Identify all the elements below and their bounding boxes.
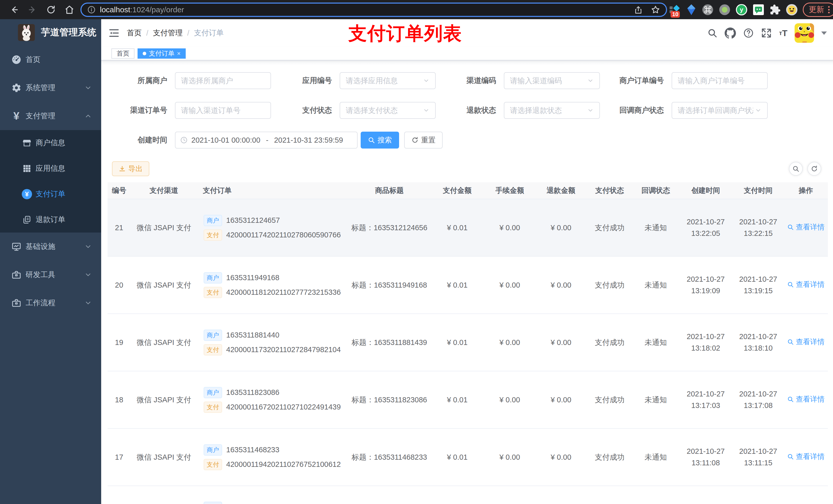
back-icon[interactable] bbox=[7, 2, 22, 17]
refund-status-filter-label: 退款状态 bbox=[436, 105, 496, 116]
sidebar-item-merchant-info[interactable]: 商户信息 bbox=[0, 130, 101, 156]
address-bar[interactable]: localhost:1024/pay/order bbox=[80, 3, 667, 17]
refund-amount: ¥ 0.00 bbox=[536, 280, 587, 291]
sidebar-item-system[interactable]: 系统管理 bbox=[0, 74, 101, 102]
export-button[interactable]: 导出 bbox=[112, 161, 149, 176]
extension-chat-icon[interactable] bbox=[753, 4, 764, 16]
merchant-order-filter-input[interactable] bbox=[672, 72, 768, 89]
col-created: 创建时间 bbox=[679, 186, 733, 195]
channel-code-input[interactable] bbox=[510, 77, 586, 85]
channel-code-filter-select[interactable] bbox=[504, 72, 600, 89]
pay-status: 支付成功 bbox=[587, 280, 633, 291]
callback-status-filter-select[interactable] bbox=[672, 102, 768, 119]
merchant-filter-label: 所属商户 bbox=[108, 75, 167, 86]
app-select-input[interactable] bbox=[346, 77, 421, 85]
channel-order-input[interactable] bbox=[181, 106, 265, 115]
pay-status-input[interactable] bbox=[346, 106, 421, 115]
sidebar-item-workflow[interactable]: 工作流程 bbox=[0, 289, 101, 317]
view-detail-link[interactable]: 查看详情 bbox=[787, 336, 825, 347]
chrome-menu-icon[interactable] bbox=[828, 6, 830, 13]
merchant-badge: 商户 bbox=[204, 502, 222, 504]
tab-home[interactable]: 首页 bbox=[112, 48, 135, 58]
url-path: :1024/pay/order bbox=[130, 5, 184, 14]
font-size-icon[interactable]: тT bbox=[779, 28, 787, 38]
toolbox-icon bbox=[11, 298, 22, 308]
close-icon[interactable]: × bbox=[177, 50, 181, 57]
profile-emoji-avatar[interactable] bbox=[786, 4, 798, 16]
created-time: 2021-10-27 13:18:02 bbox=[679, 331, 733, 354]
channel-order-no: 4200001167202110271022491439 bbox=[226, 401, 341, 413]
collapse-sidebar-icon[interactable] bbox=[109, 27, 120, 39]
view-detail-link[interactable]: 查看详情 bbox=[787, 451, 825, 462]
help-icon[interactable] bbox=[743, 28, 754, 39]
breadcrumb-home[interactable]: 首页 bbox=[127, 28, 142, 38]
toggle-search-button[interactable] bbox=[789, 162, 803, 176]
view-detail-link[interactable]: 查看详情 bbox=[787, 393, 825, 405]
search-icon[interactable] bbox=[707, 28, 717, 38]
chrome-update-button[interactable]: 更新 bbox=[803, 3, 833, 17]
sidebar-item-home[interactable]: 首页 bbox=[0, 46, 101, 74]
created-time: 2021-10-27 13:11:08 bbox=[679, 446, 733, 469]
pay-amount: ¥ 0.01 bbox=[430, 280, 484, 291]
sidebar-item-label: 研发工具 bbox=[26, 270, 55, 280]
search-button[interactable]: 搜索 bbox=[361, 131, 399, 148]
sidebar-item-refund-order[interactable]: 退款订单 bbox=[0, 207, 101, 233]
callback-status-input[interactable] bbox=[678, 106, 753, 115]
paid-time: 2021-10-27 13:22:15 bbox=[733, 216, 784, 239]
date-separator: - bbox=[264, 136, 270, 144]
channel-order-filter-input[interactable] bbox=[175, 102, 271, 119]
breadcrumb: 首页 / 支付管理 / 支付订单 bbox=[127, 28, 223, 38]
merchant-order-input[interactable] bbox=[678, 77, 762, 85]
create-time-range-picker[interactable]: 2021-10-01 00:00:00 - 2021-10-31 23:59:5… bbox=[175, 131, 358, 148]
pay-status-filter-select[interactable] bbox=[340, 102, 436, 119]
divider bbox=[101, 61, 833, 65]
channel-order-filter-label: 渠道订单号 bbox=[108, 105, 167, 116]
tab-pay-order[interactable]: 支付订单 × bbox=[138, 48, 186, 58]
sidebar-item-infra[interactable]: 基础设施 bbox=[0, 233, 101, 261]
url-host: localhost bbox=[100, 5, 130, 14]
app-filter-select[interactable] bbox=[340, 72, 436, 89]
extensions-area: 10 y 更新 bbox=[675, 3, 833, 17]
sidebar-item-devtools[interactable]: 研发工具 bbox=[0, 261, 101, 289]
bookmark-star-icon[interactable] bbox=[651, 5, 660, 15]
site-info-icon[interactable] bbox=[87, 5, 96, 14]
view-detail-link[interactable]: 查看详情 bbox=[787, 279, 825, 290]
breadcrumb-pay[interactable]: 支付管理 bbox=[153, 28, 183, 38]
extensions-puzzle-icon[interactable] bbox=[769, 4, 781, 16]
sidebar-item-pay-order[interactable]: ¥ 支付订单 bbox=[0, 181, 101, 207]
fullscreen-icon[interactable] bbox=[761, 28, 772, 39]
merchant-input[interactable] bbox=[181, 77, 265, 85]
github-icon[interactable] bbox=[724, 27, 736, 39]
refund-amount: ¥ 0.00 bbox=[536, 222, 587, 234]
view-detail-link[interactable]: 查看详情 bbox=[787, 221, 825, 233]
merchant-order-no: 1635312124657 bbox=[226, 215, 280, 226]
reload-icon[interactable] bbox=[44, 2, 58, 17]
merchant-badge: 商户 bbox=[204, 387, 222, 398]
extension-kite-icon[interactable] bbox=[686, 4, 697, 16]
merchant-filter-input[interactable] bbox=[175, 72, 271, 89]
table-body: 21 微信 JSAPI 支付 商户 1635312124657 支付 42000… bbox=[108, 199, 828, 504]
reset-button[interactable]: 重置 bbox=[404, 131, 443, 148]
refund-status-input[interactable] bbox=[510, 106, 586, 115]
forward-icon[interactable] bbox=[25, 2, 40, 17]
avatar-dropdown-caret[interactable] bbox=[821, 31, 827, 35]
sidebar-item-pay[interactable]: ¥ 支付管理 bbox=[0, 102, 101, 130]
share-icon[interactable] bbox=[634, 5, 643, 14]
extension-diamond-icon[interactable]: 10 bbox=[669, 4, 681, 16]
sidebar-item-app-info[interactable]: 应用信息 bbox=[0, 156, 101, 181]
extension-record-icon[interactable] bbox=[719, 4, 731, 16]
app-logo-row[interactable]: 芋道管理系统 bbox=[0, 19, 101, 46]
search-button-label: 搜索 bbox=[378, 135, 392, 145]
pay-amount: ¥ 0.01 bbox=[430, 394, 484, 406]
refresh-table-button[interactable] bbox=[807, 162, 821, 176]
table-row: 18 微信 JSAPI 支付 商户 1635311823086 支付 42000… bbox=[108, 371, 828, 429]
home-icon[interactable] bbox=[62, 2, 77, 17]
notify-status: 未通知 bbox=[633, 222, 679, 234]
extension-y-icon[interactable]: y bbox=[736, 4, 747, 16]
refund-status-filter-select[interactable] bbox=[504, 102, 600, 119]
dashboard-icon bbox=[11, 54, 22, 65]
extension-command-icon[interactable] bbox=[702, 4, 714, 16]
pay-status: 支付成功 bbox=[587, 337, 633, 348]
col-actions: 操作 bbox=[784, 186, 828, 195]
user-avatar[interactable] bbox=[794, 23, 814, 43]
